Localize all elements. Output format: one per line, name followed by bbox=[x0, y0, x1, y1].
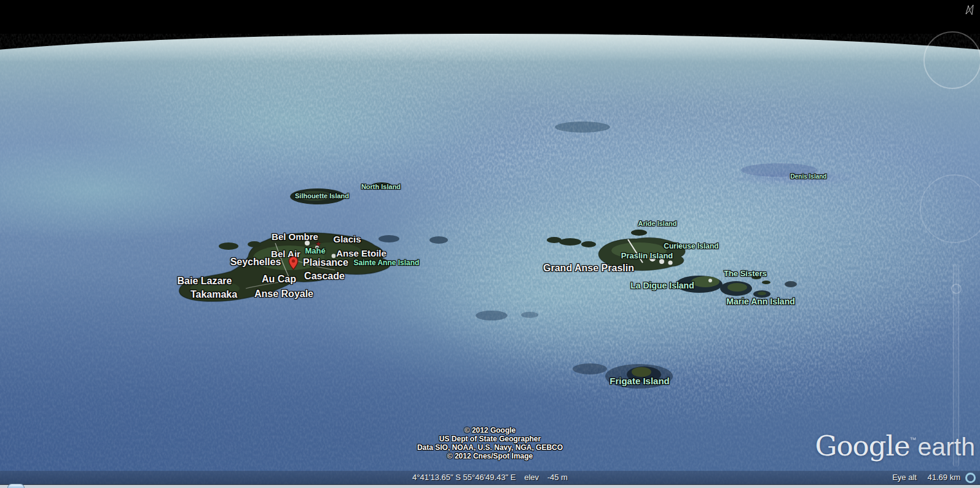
google-earth-window: Bel OmbreGlacisBel AirMahéAnse EtoileSey… bbox=[0, 0, 980, 488]
map-label-la-digue-island[interactable]: La Digue Island bbox=[630, 281, 694, 290]
map-label-curieuse-island[interactable]: Curieuse Island bbox=[664, 242, 718, 250]
zoom-slider-knob[interactable] bbox=[951, 284, 962, 294]
taskbar-edge[interactable] bbox=[0, 484, 980, 488]
map-label-the-sisters[interactable]: The Sisters bbox=[724, 269, 767, 277]
labels-layer: Bel OmbreGlacisBel AirMahéAnse EtoileSey… bbox=[0, 0, 980, 488]
map-label-frigate-island[interactable]: Frigate Island bbox=[610, 376, 670, 385]
map-label-glacis[interactable]: Glacis bbox=[333, 234, 361, 244]
lat-lon-value: 4°41'13.65" S 55°46'49.43" E bbox=[412, 473, 515, 482]
compass-ring-control[interactable] bbox=[923, 31, 980, 89]
map-label-denis-island[interactable]: Denis Island bbox=[791, 174, 827, 180]
logo-google: Google bbox=[815, 430, 910, 462]
map-label-takamaka[interactable]: Takamaka bbox=[190, 290, 237, 300]
streaming-progress-icon bbox=[965, 473, 976, 483]
map-label-aride-island[interactable]: Aride Island bbox=[638, 220, 677, 227]
map-label-anse-royale[interactable]: Anse Royale bbox=[254, 289, 313, 299]
google-earth-logo: Google™earth bbox=[815, 430, 975, 462]
map-label-silhouette-island[interactable]: Silhouette Island bbox=[295, 193, 349, 199]
map-label-north-island[interactable]: North Island bbox=[361, 184, 401, 190]
pointer-coordinates: 4°41'13.65" S 55°46'49.43" E elev -45 m bbox=[409, 473, 571, 482]
map-label-baie-lazare[interactable]: Baie Lazare bbox=[178, 276, 232, 286]
logo-earth: earth bbox=[918, 433, 975, 461]
capital-star-icon[interactable]: ★ bbox=[315, 240, 321, 248]
attribution-line: Data SIO, NOAA, U.S. Navy, NGA, GEBCO bbox=[417, 443, 563, 452]
eye-alt-label: Eye alt bbox=[892, 473, 917, 482]
compass-north-icon[interactable] bbox=[963, 4, 976, 17]
elev-value: -45 m bbox=[547, 473, 568, 482]
map-label-plaisance[interactable]: Plaisance bbox=[303, 258, 348, 268]
status-bar: 4°41'13.65" S 55°46'49.43" E elev -45 m … bbox=[0, 471, 980, 485]
logo-tm: ™ bbox=[910, 436, 917, 443]
map-label-praslin-island[interactable]: Praslin Island bbox=[621, 252, 673, 260]
attribution-line: © 2012 Cnes/Spot Image bbox=[417, 452, 563, 460]
map-label-anse-etoile[interactable]: Anse Etoile bbox=[336, 249, 386, 258]
start-orb-icon[interactable] bbox=[7, 484, 25, 488]
elev-label: elev bbox=[524, 473, 539, 482]
map-label-grand-anse-praslin[interactable]: Grand Anse Praslin bbox=[543, 263, 634, 273]
map-label-sainte-anne-island[interactable]: Sainte Anne Island bbox=[354, 259, 420, 266]
map-label-seychelles[interactable]: Seychelles bbox=[230, 257, 281, 267]
eye-altitude: Eye alt 41.69 km bbox=[884, 473, 960, 482]
map-label-bel-ombre[interactable]: Bel Ombre bbox=[272, 232, 318, 241]
attribution-line: © 2012 Google bbox=[417, 426, 563, 435]
attribution-line: US Dept of State Geographer bbox=[417, 435, 563, 443]
eye-alt-value: 41.69 km bbox=[928, 473, 960, 482]
placemark-pin[interactable] bbox=[288, 256, 299, 270]
attribution: © 2012 GoogleUS Dept of State Geographer… bbox=[417, 426, 563, 460]
map-label-au-cap[interactable]: Au Cap bbox=[262, 274, 296, 284]
map-label-marie-ann-island[interactable]: Marie Ann Island bbox=[726, 297, 795, 306]
map-label-cascade[interactable]: Cascade bbox=[304, 271, 345, 281]
